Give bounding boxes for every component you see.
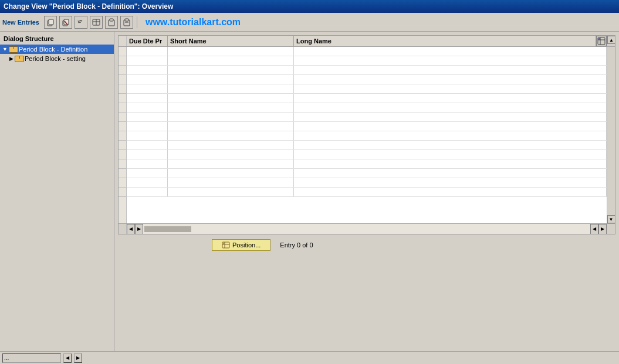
sidebar-item-period-block-setting[interactable]: ▶ Period Block - setting — [0, 54, 114, 63]
table-row — [127, 94, 607, 103]
row-header-10 — [119, 131, 126, 141]
table-row — [127, 113, 607, 122]
td-due-dte-14 — [127, 169, 168, 178]
table-rows-container — [127, 47, 607, 223]
td-short-name-9 — [168, 122, 294, 131]
h-scroll-right-button[interactable]: ▶ — [598, 224, 607, 234]
td-long-name-12 — [294, 150, 607, 159]
toolbar: New Entries www.tutorialkart.com — [0, 13, 619, 32]
table-row — [127, 84, 607, 94]
clipboard-button[interactable] — [105, 16, 118, 29]
td-due-dte-5 — [127, 84, 168, 93]
h-scroll-row-spacer — [119, 224, 127, 234]
h-scroll-right-btn-left[interactable]: ▶ — [135, 224, 143, 234]
folder-icon-1 — [9, 46, 17, 53]
title-text: Change View "Period Block - Definition":… — [4, 2, 173, 11]
table-container: Due Dte Pr Short Name Long Name ▲ — [118, 35, 615, 234]
table-row — [127, 47, 607, 56]
table-row — [127, 66, 607, 75]
col-header-long-name: Long Name — [294, 36, 596, 46]
row-header-2 — [119, 56, 126, 66]
h-scroll-scrollbar-spacer — [607, 224, 615, 234]
td-short-name-13 — [168, 159, 294, 168]
td-long-name-6 — [294, 94, 607, 103]
td-due-dte-3 — [127, 66, 168, 74]
td-long-name-2 — [294, 56, 607, 65]
h-scroll-left-button-2[interactable]: ◀ — [590, 224, 598, 234]
svg-rect-16 — [598, 38, 600, 40]
td-due-dte-16 — [127, 188, 168, 196]
td-long-name-16 — [294, 188, 607, 196]
status-scroll-right[interactable]: ▶ — [74, 353, 82, 363]
row-header-4 — [119, 75, 126, 84]
td-long-name-1 — [294, 47, 607, 56]
row-header-15 — [119, 178, 126, 188]
td-short-name-7 — [168, 103, 294, 112]
h-scroll-left-button[interactable]: ◀ — [127, 224, 135, 234]
delete-button[interactable] — [59, 16, 72, 29]
td-short-name-15 — [168, 178, 294, 187]
sidebar-title: Dialog Structure — [0, 34, 114, 45]
td-due-dte-2 — [127, 56, 168, 65]
status-bar: ... ◀ ▶ — [0, 351, 619, 364]
td-due-dte-12 — [127, 150, 168, 159]
row-header-spacer — [119, 36, 127, 46]
status-scroll-left[interactable]: ◀ — [63, 353, 72, 363]
row-header-13 — [119, 159, 126, 169]
td-due-dte-13 — [127, 159, 168, 168]
table-row — [127, 178, 607, 188]
h-scroll-track[interactable] — [143, 226, 590, 232]
position-icon — [222, 241, 230, 249]
td-long-name-8 — [294, 113, 607, 121]
row-header-7 — [119, 103, 126, 113]
undo-button[interactable] — [75, 16, 87, 29]
status-text: ... — [4, 355, 9, 361]
scroll-down-button[interactable]: ▼ — [607, 215, 615, 223]
scrollbar-top-spacer: ▲ — [607, 36, 615, 46]
watermark: www.tutorialkart.com — [146, 17, 241, 28]
row-header-16 — [119, 188, 126, 197]
td-long-name-15 — [294, 178, 607, 187]
bottom-section: Position... Entry 0 of 0 — [118, 234, 615, 256]
table-row — [127, 150, 607, 159]
table-button[interactable] — [90, 16, 103, 29]
td-short-name-4 — [168, 75, 294, 84]
td-due-dte-10 — [127, 131, 168, 140]
new-entries-label: New Entries — [2, 19, 39, 26]
status-field: ... — [2, 353, 61, 363]
scroll-track[interactable] — [607, 47, 615, 215]
sidebar-item-period-block-definition[interactable]: ▼ Period Block - Definition — [0, 45, 114, 54]
table-row — [127, 159, 607, 169]
table-row — [127, 188, 607, 197]
row-header-1 — [119, 47, 126, 56]
td-short-name-1 — [168, 47, 294, 56]
col-header-due-dte: Due Dte Pr — [127, 36, 168, 46]
arrow-icon-2: ▶ — [9, 56, 13, 62]
h-scroll-thumb — [144, 226, 191, 232]
td-due-dte-9 — [127, 122, 168, 131]
td-short-name-16 — [168, 188, 294, 196]
td-long-name-13 — [294, 159, 607, 168]
td-short-name-3 — [168, 66, 294, 74]
td-long-name-14 — [294, 169, 607, 178]
paste-button[interactable] — [120, 16, 133, 29]
position-button[interactable]: Position... — [212, 239, 270, 251]
scroll-up-button[interactable]: ▲ — [607, 36, 615, 44]
td-due-dte-11 — [127, 141, 168, 149]
entry-count-label: Entry 0 of 0 — [280, 241, 313, 249]
table-header: Due Dte Pr Short Name Long Name — [127, 36, 596, 46]
horizontal-scrollbar-area: ◀ ▶ ◀ ▶ — [119, 223, 615, 234]
col-header-short-name: Short Name — [168, 36, 294, 46]
table-config-button[interactable] — [596, 36, 607, 46]
td-short-name-6 — [168, 94, 294, 103]
position-btn-label: Position... — [232, 241, 261, 249]
svg-rect-9 — [110, 19, 113, 21]
copy-button[interactable] — [44, 16, 57, 29]
row-header-3 — [119, 66, 126, 75]
row-header-12 — [119, 150, 126, 159]
vertical-scrollbar: ▼ — [607, 47, 615, 223]
svg-rect-1 — [49, 19, 53, 25]
main-area: Dialog Structure ▼ Period Block - Defini… — [0, 32, 619, 364]
td-long-name-11 — [294, 141, 607, 149]
content-area: Due Dte Pr Short Name Long Name ▲ — [114, 32, 619, 364]
